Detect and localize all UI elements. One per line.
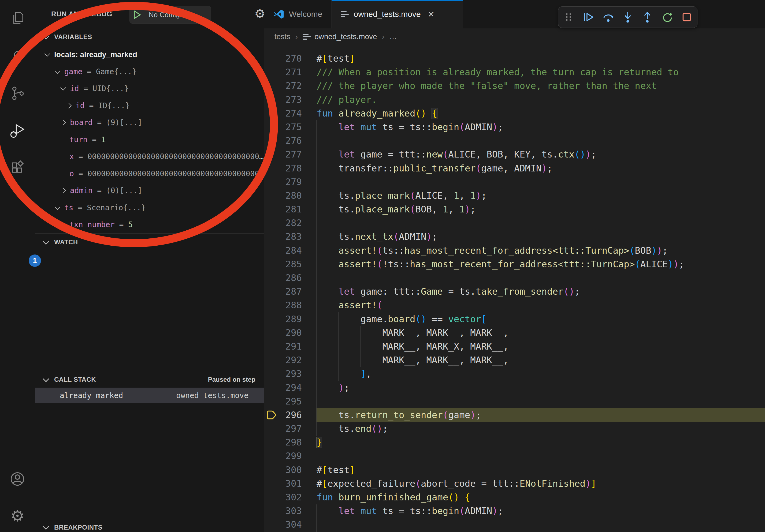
line-number[interactable]: 289 <box>264 312 317 326</box>
breakpoints-section-header[interactable]: BREAKPOINTS <box>35 522 264 532</box>
code-line-content[interactable]: /// the player who made the "false" move… <box>317 79 765 93</box>
code-line-279[interactable]: 279 <box>264 175 765 189</box>
variable-row-admin[interactable]: admin = (0)[...] <box>35 182 264 199</box>
line-number[interactable]: 273 <box>264 93 317 107</box>
code-line-284[interactable]: 284 assert!(ts::has_most_recent_for_addr… <box>264 244 765 257</box>
line-number[interactable]: 280 <box>264 189 317 202</box>
line-number[interactable]: 291 <box>264 340 317 353</box>
line-number[interactable]: 292 <box>264 353 317 367</box>
code-line-272[interactable]: 272/// the player who made the "false" m… <box>264 79 765 93</box>
breadcrumb-item[interactable]: tests <box>275 32 290 41</box>
search-icon[interactable] <box>9 48 25 64</box>
code-line-294[interactable]: 294 ); <box>264 381 765 395</box>
debug-settings-gear-icon[interactable]: ⚙ <box>254 8 265 20</box>
variables-scope-row[interactable]: locals: already_marked <box>35 46 264 63</box>
code-line-276[interactable]: 276 <box>264 134 765 147</box>
chevron-right-icon[interactable] <box>66 103 72 109</box>
variable-row-id[interactable]: id = ID{...} <box>35 97 264 115</box>
code-line-content[interactable]: assert!( <box>317 298 765 312</box>
code-line-content[interactable]: MARK__, MARK__, MARK__, <box>317 326 765 340</box>
explorer-icon[interactable] <box>9 10 25 26</box>
variable-row-game[interactable]: game = Game{...} <box>35 63 264 80</box>
code-line-content[interactable]: #[test] <box>317 52 765 65</box>
step-out-button[interactable] <box>641 11 653 23</box>
line-number[interactable]: 295 <box>264 395 317 408</box>
code-line-content[interactable]: ], <box>317 367 765 381</box>
config-dropdown[interactable]: No Configur <box>149 11 186 19</box>
code-line-content[interactable]: let game: ttt::Game = ts.take_from_sende… <box>317 285 765 298</box>
breadcrumb-item[interactable]: owned_tests.move <box>315 32 377 41</box>
call-stack-frame[interactable]: already_marked owned_tests.move <box>35 388 264 403</box>
code-line-content[interactable]: ); <box>317 381 765 395</box>
code-line-288[interactable]: 288 assert!( <box>264 298 765 312</box>
code-line-content[interactable] <box>317 216 765 230</box>
code-line-content[interactable]: assert!(ts::has_most_recent_for_address<… <box>317 244 765 257</box>
code-line-297[interactable]: 297 ts.end(); <box>264 422 765 435</box>
continue-button[interactable] <box>582 11 594 23</box>
code-line-270[interactable]: 270#[test] <box>264 52 765 65</box>
line-number[interactable]: 274 <box>264 107 317 120</box>
chevron-down-icon[interactable] <box>188 11 194 17</box>
code-line-content[interactable]: let mut ts = ts::begin(ADMIN); <box>317 504 765 518</box>
chevron-right-icon[interactable] <box>60 120 66 126</box>
code-line-299[interactable]: 299 <box>264 449 765 463</box>
line-number[interactable]: 270 <box>264 52 317 65</box>
close-tab-icon[interactable]: ✕ <box>428 10 434 19</box>
code-line-296[interactable]: 296 ts.return_to_sender(game); <box>264 408 765 422</box>
code-line-301[interactable]: 301#[expected_failure(abort_code = ttt::… <box>264 477 765 490</box>
line-number[interactable]: 301 <box>264 477 317 490</box>
line-number[interactable]: 272 <box>264 79 317 93</box>
code-editor[interactable]: 270#[test]271/// When a position is alre… <box>264 45 765 532</box>
tab-owned-tests-move[interactable]: owned_tests.move ✕ <box>332 0 463 28</box>
code-line-content[interactable]: fun burn_unfinished_game() { <box>317 490 765 504</box>
code-line-content[interactable]: ts.return_to_sender(game); <box>317 408 765 422</box>
code-line-content[interactable]: ts.next_tx(ADMIN); <box>317 230 765 243</box>
code-line-273[interactable]: 273/// player. <box>264 93 765 107</box>
code-line-content[interactable]: MARK__, MARK__, MARK__, <box>317 353 765 367</box>
code-line-content[interactable]: } <box>317 435 765 449</box>
code-line-292[interactable]: 292 MARK__, MARK__, MARK__, <box>264 353 765 367</box>
code-line-295[interactable]: 295 <box>264 395 765 408</box>
line-number[interactable]: 299 <box>264 449 317 463</box>
chevron-right-icon[interactable] <box>60 188 66 193</box>
code-line-content[interactable] <box>317 134 765 147</box>
line-number[interactable]: 271 <box>264 65 317 79</box>
code-line-content[interactable]: /// When a position is already marked, t… <box>317 65 765 79</box>
variable-row-x[interactable]: x = 000000000000000000000000000000000000… <box>35 148 264 165</box>
code-line-content[interactable]: ts.place_mark(ALICE, 1, 1); <box>317 189 765 202</box>
line-number[interactable]: 275 <box>264 120 317 134</box>
code-line-content[interactable]: #[expected_failure(abort_code = ttt::ENo… <box>317 477 765 490</box>
code-line-content[interactable]: transfer::public_transfer(game, ADMIN); <box>317 161 765 175</box>
code-line-302[interactable]: 302fun burn_unfinished_game() { <box>264 490 765 504</box>
code-line-content[interactable] <box>317 395 765 408</box>
line-number[interactable]: 276 <box>264 134 317 147</box>
code-line-278[interactable]: 278 transfer::public_transfer(game, ADMI… <box>264 161 765 175</box>
code-line-content[interactable]: let game = ttt::new(ALICE, BOB, KEY, ts.… <box>317 147 765 161</box>
extensions-icon[interactable] <box>9 159 25 175</box>
variable-row-txn_number[interactable]: txn_number = 5 <box>35 216 264 233</box>
line-number[interactable]: 293 <box>264 367 317 381</box>
line-number[interactable]: 290 <box>264 326 317 340</box>
run-and-debug-icon[interactable]: 1 <box>9 123 25 139</box>
chevron-down-icon[interactable] <box>55 204 60 210</box>
step-over-button[interactable] <box>602 11 614 23</box>
step-into-button[interactable] <box>622 11 634 23</box>
line-number[interactable]: 304 <box>264 518 317 531</box>
line-number[interactable]: 278 <box>264 161 317 175</box>
code-line-300[interactable]: 300#[test] <box>264 463 765 477</box>
line-number[interactable]: 283 <box>264 230 317 243</box>
code-line-content[interactable]: fun already_marked() { <box>317 107 765 120</box>
variable-row-o[interactable]: o = 000000000000000000000000000000000000… <box>35 165 264 182</box>
chevron-down-icon[interactable] <box>55 68 60 74</box>
line-number[interactable]: 277 <box>264 147 317 161</box>
code-line-content[interactable] <box>317 518 765 531</box>
line-number[interactable]: 285 <box>264 257 317 271</box>
code-line-content[interactable]: assert!(!ts::has_most_recent_for_address… <box>317 257 765 271</box>
line-number[interactable]: 288 <box>264 298 317 312</box>
code-line-content[interactable]: MARK__, MARK_X, MARK__, <box>317 340 765 353</box>
code-line-content[interactable] <box>317 175 765 189</box>
restart-button[interactable] <box>661 11 673 23</box>
code-line-290[interactable]: 290 MARK__, MARK__, MARK__, <box>264 326 765 340</box>
line-number[interactable]: 286 <box>264 271 317 285</box>
variable-row-id[interactable]: id = UID{...} <box>35 80 264 97</box>
